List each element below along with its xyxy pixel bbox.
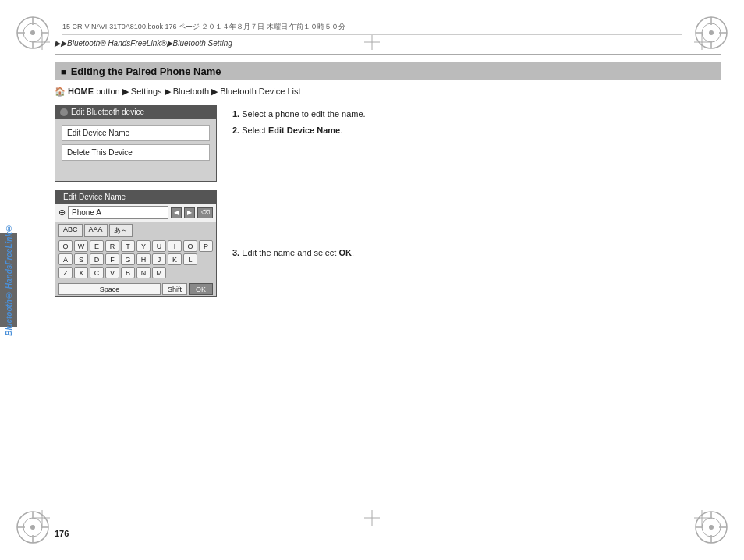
kb-key-k[interactable]: K bbox=[168, 253, 182, 265]
kb-key-f[interactable]: F bbox=[105, 253, 119, 265]
kb-row-2: A S D F G H J K L bbox=[58, 253, 213, 265]
kb-key-b[interactable]: B bbox=[121, 267, 135, 278]
kb-key-a[interactable]: A bbox=[58, 253, 73, 265]
kb-key-q[interactable]: Q bbox=[58, 240, 73, 252]
kb-key-j[interactable]: J bbox=[152, 253, 166, 265]
kb-key-n[interactable]: N bbox=[136, 267, 151, 278]
kb-key-l[interactable]: L bbox=[183, 253, 197, 265]
kb-key-z[interactable]: Z bbox=[58, 267, 73, 278]
step1-text: Select a phone to edit the name. bbox=[242, 109, 365, 119]
instructions-step3: 3. Edit the name and select OK. bbox=[232, 246, 721, 261]
top-rule bbox=[55, 54, 721, 55]
kb-row-1: Q W E R T Y U I O P bbox=[58, 240, 213, 252]
kb-key-t[interactable]: T bbox=[121, 240, 135, 252]
step2-text: Select Edit Device Name. bbox=[242, 126, 342, 135]
kb-delete-btn[interactable]: ⌫ bbox=[197, 207, 213, 218]
screen1-icon bbox=[60, 108, 68, 116]
kb-key-m[interactable]: M bbox=[152, 267, 166, 278]
kb-key-x[interactable]: X bbox=[74, 267, 88, 278]
instruction-step1: 1. Select a phone to edit the name. bbox=[232, 108, 721, 122]
home-icon: 🏠 bbox=[55, 87, 66, 96]
kb-key-h[interactable]: H bbox=[136, 253, 151, 265]
kb-key-o[interactable]: O bbox=[183, 240, 197, 252]
kb-key-v[interactable]: V bbox=[105, 267, 119, 278]
kb-key-u[interactable]: U bbox=[152, 240, 166, 252]
top-meta: 15 CR-V NAVI-31T0A8100.book 176 ページ ２０１４… bbox=[62, 22, 682, 35]
kb-bottom-row: Space Shift OK bbox=[55, 282, 216, 296]
kb-globe-icon: ⊕ bbox=[58, 207, 66, 218]
kb-mode-row: ABC AAA あ～ bbox=[55, 222, 216, 239]
crosshair-bottom-left bbox=[33, 509, 51, 527]
instructions: 1. Select a phone to edit the name. 2. S… bbox=[232, 108, 721, 137]
step2-num: 2. bbox=[232, 126, 239, 135]
menu-item-edit-device-name[interactable]: Edit Device Name bbox=[62, 125, 210, 141]
nav-path: 🏠 HOME button ▶ Settings ▶ Bluetooth ▶ B… bbox=[55, 87, 721, 97]
screen2-header: Edit Device Name bbox=[55, 190, 216, 204]
kb-nav-right[interactable]: ▶ bbox=[184, 207, 195, 218]
kb-key-e[interactable]: E bbox=[90, 240, 104, 252]
kb-key-w[interactable]: W bbox=[74, 240, 88, 252]
kb-input-field[interactable]: Phone A bbox=[68, 206, 168, 219]
kb-row-3: Z X C V B N M bbox=[58, 267, 213, 278]
crosshair-top-left bbox=[33, 33, 51, 51]
kb-key-d[interactable]: D bbox=[90, 253, 104, 265]
screen1-body: Edit Device Name Delete This Device bbox=[55, 119, 216, 181]
menu-item-delete-device[interactable]: Delete This Device bbox=[62, 144, 210, 161]
section-heading: Editing the Paired Phone Name bbox=[55, 62, 721, 80]
kb-shift-btn[interactable]: Shift bbox=[162, 283, 187, 295]
kb-mode-jp[interactable]: あ～ bbox=[109, 224, 133, 237]
main-content: ▶▶Bluetooth® HandsFreeLink®▶Bluetooth Se… bbox=[55, 39, 721, 521]
home-label: HOME bbox=[68, 87, 94, 96]
kb-key-p[interactable]: P bbox=[199, 240, 213, 252]
nav-path-text: button ▶ Settings ▶ Bluetooth ▶ Bluetoot… bbox=[96, 87, 300, 96]
breadcrumb: ▶▶Bluetooth® HandsFreeLink®▶Bluetooth Se… bbox=[55, 39, 721, 48]
left-column: Edit Bluetooth device Edit Device Name D… bbox=[55, 105, 217, 297]
side-tab-text: Bluetooth® HandsFreeLink® bbox=[5, 224, 13, 336]
kb-mode-aaa[interactable]: AAA bbox=[84, 224, 108, 237]
kb-mode-abc[interactable]: ABC bbox=[58, 224, 83, 237]
kb-input-row: ⊕ Phone A ◀ ▶ ⌫ bbox=[55, 204, 216, 222]
kb-ok-btn[interactable]: OK bbox=[189, 283, 213, 295]
instruction-step3: 3. Edit the name and select OK. bbox=[232, 246, 721, 261]
screen1-header: Edit Bluetooth device bbox=[55, 105, 216, 119]
step1-num: 1. bbox=[232, 109, 239, 119]
kb-key-i[interactable]: I bbox=[168, 240, 182, 252]
kb-key-r[interactable]: R bbox=[105, 240, 119, 252]
kb-key-y[interactable]: Y bbox=[136, 240, 151, 252]
screen-mockup-1: Edit Bluetooth device Edit Device Name D… bbox=[55, 105, 217, 182]
kb-keys-area: Q W E R T Y U I O P A S D bbox=[55, 239, 216, 282]
kb-key-c[interactable]: C bbox=[90, 267, 104, 278]
right-column: 1. Select a phone to edit the name. 2. S… bbox=[232, 105, 721, 263]
two-col-layout: Edit Bluetooth device Edit Device Name D… bbox=[55, 105, 721, 297]
kb-key-g[interactable]: G bbox=[121, 253, 135, 265]
page-number: 176 bbox=[55, 529, 69, 538]
kb-space-btn[interactable]: Space bbox=[58, 283, 161, 295]
step3-num: 3. bbox=[232, 248, 239, 257]
screen-mockup-2: Edit Device Name ⊕ Phone A ◀ ▶ ⌫ ABC AAA… bbox=[55, 190, 217, 297]
step3-text: Edit the name and select OK. bbox=[242, 248, 354, 257]
kb-key-s[interactable]: S bbox=[74, 253, 88, 265]
kb-nav-left[interactable]: ◀ bbox=[171, 207, 182, 218]
screen2-title: Edit Device Name bbox=[63, 193, 126, 201]
screen1-title: Edit Bluetooth device bbox=[71, 108, 144, 116]
instruction-step2: 2. Select Edit Device Name. bbox=[232, 124, 721, 138]
side-tab: Bluetooth® HandsFreeLink® bbox=[0, 233, 17, 327]
